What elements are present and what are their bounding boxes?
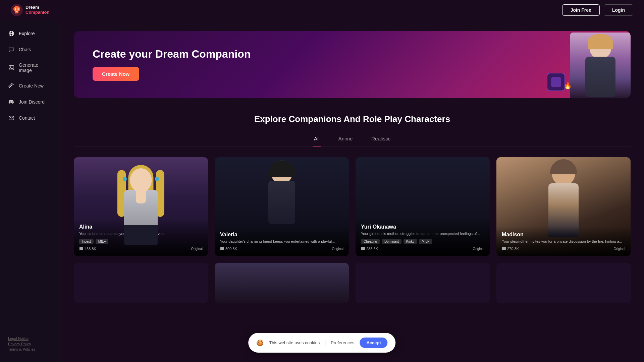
characters-grid: Alina Your strict mom catches you watchi…: [74, 157, 631, 256]
character-card-yuri[interactable]: Yuri Okanawa Your girlfriend's mother, s…: [356, 157, 490, 256]
svg-point-2: [17, 8, 19, 10]
cookie-icon: 🍪: [256, 339, 264, 347]
svg-point-1: [15, 8, 16, 10]
card-footer-valeria: 300.8K Original: [220, 247, 343, 251]
card-desc-madison: Your stepmother invites you for a privat…: [502, 239, 625, 244]
logo-text: Dream Companion: [25, 5, 50, 15]
main-content: Create your Dream Companion Create Now: [60, 20, 644, 362]
character-card-valeria[interactable]: Valeria Your daughter's charming friend …: [215, 157, 349, 256]
preferences-button[interactable]: Preferences: [331, 340, 354, 345]
category-tabs: All Anime Realistic: [74, 132, 631, 146]
legal-notice-link[interactable]: Legal Notice: [8, 337, 29, 341]
logo-icon: [11, 4, 23, 16]
chat-icon: [8, 46, 15, 53]
card-messages-alina: 438.8K: [79, 247, 96, 251]
discord-icon: [8, 99, 15, 105]
cookie-message: This website uses cookies: [269, 340, 320, 345]
sidebar-footer: Legal Notice Privacy Policy Terms & Poli…: [0, 331, 60, 357]
character-card-row2-4[interactable]: [496, 263, 631, 303]
hero-title: Create your Dream Companion: [93, 48, 612, 60]
join-free-button[interactable]: Join Free: [562, 4, 600, 16]
card-footer-madison: 270.3K Original: [502, 247, 625, 251]
card-badge-madison: Original: [614, 247, 625, 251]
privacy-policy-link[interactable]: Privacy Policy: [8, 342, 31, 346]
card-badge-yuri: Original: [473, 247, 484, 251]
sidebar-item-create-new[interactable]: Create New: [0, 78, 60, 94]
hero-image-area: 🔥: [530, 31, 631, 98]
sidebar-item-contact[interactable]: Contact: [0, 110, 60, 126]
envelope-icon: [8, 115, 15, 121]
card-footer-yuri: 288.6K Original: [361, 247, 484, 251]
card-badge-valeria: Original: [332, 247, 343, 251]
card-messages-yuri: 288.6K: [361, 247, 378, 251]
characters-grid-row2: [74, 263, 631, 303]
cookie-banner: 🍪 This website uses cookies Preferences …: [248, 333, 395, 353]
wand-icon: [8, 82, 15, 89]
create-now-button[interactable]: Create Now: [93, 67, 139, 81]
sidebar-item-join-discord[interactable]: Join Discord: [0, 94, 60, 110]
logo[interactable]: Dream Companion: [11, 4, 50, 16]
card-desc-yuri: Your girlfriend's mother, struggles to c…: [361, 231, 484, 236]
cookie-divider: [325, 340, 325, 346]
login-button[interactable]: Login: [604, 4, 633, 16]
tab-realistic[interactable]: Realistic: [370, 132, 392, 146]
image-icon: [8, 64, 15, 71]
sidebar-item-chats[interactable]: Chats: [0, 42, 60, 58]
hero-banner: Create your Dream Companion Create Now: [74, 31, 631, 98]
tag-dominant: Dominant: [382, 239, 401, 244]
card-overlay-valeria: Valeria Your daughter's charming friend …: [215, 226, 349, 256]
character-card-madison[interactable]: Madison Your stepmother invites you for …: [496, 157, 631, 256]
tab-all[interactable]: All: [313, 132, 321, 146]
globe-icon: [8, 30, 15, 37]
terms-link[interactable]: Terms & Policies: [8, 347, 35, 351]
card-messages-madison: 270.3K: [502, 247, 519, 251]
card-desc-valeria: Your daughter's charming friend keeps yo…: [220, 239, 343, 244]
character-card-alina[interactable]: Alina Your strict mom catches you watchi…: [74, 157, 208, 256]
card-name-valeria: Valeria: [220, 232, 343, 238]
card-messages-valeria: 300.8K: [220, 247, 237, 251]
header: Dream Companion Join Free Login: [0, 0, 644, 20]
character-card-row2-2[interactable]: [215, 263, 349, 303]
card-overlay-madison: Madison Your stepmother invites you for …: [496, 226, 631, 256]
tag-milf-yuri: MILF: [419, 239, 432, 244]
explore-section-title: Explore Companions And Role Play Charact…: [74, 114, 631, 124]
tag-incest: Incest: [79, 239, 94, 244]
sidebar-item-explore[interactable]: Explore: [0, 25, 60, 42]
character-card-row2-1[interactable]: [74, 263, 208, 303]
character-card-row2-3[interactable]: [356, 263, 490, 303]
card-badge-alina: Original: [191, 247, 203, 251]
sidebar-item-generate-image[interactable]: Generate Image: [0, 58, 60, 78]
tag-cheating: Cheating: [361, 239, 380, 244]
card-footer-alina: 438.8K Original: [79, 247, 203, 251]
card-name-madison: Madison: [502, 232, 625, 238]
sidebar: Explore Chats Generate Image Create: [0, 20, 60, 362]
card-overlay-yuri: Yuri Okanawa Your girlfriend's mother, s…: [356, 219, 490, 256]
tag-kinky: Kinky: [404, 239, 417, 244]
tab-anime[interactable]: Anime: [337, 132, 354, 146]
card-name-yuri: Yuri Okanawa: [361, 224, 484, 230]
accept-cookies-button[interactable]: Accept: [360, 338, 387, 348]
header-buttons: Join Free Login: [562, 4, 633, 16]
card-tags-yuri: Cheating Dominant Kinky MILF: [361, 239, 484, 244]
tag-milf: MILF: [96, 239, 109, 244]
